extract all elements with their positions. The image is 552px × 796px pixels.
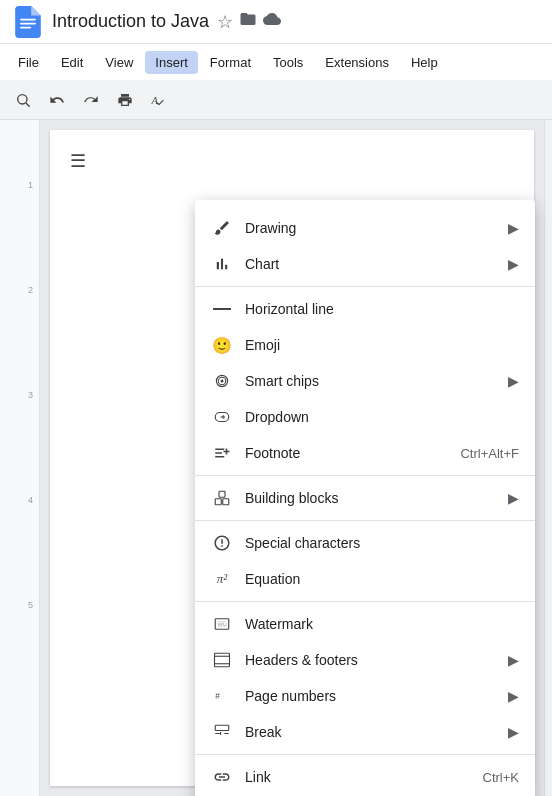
menu-section-misc: Horizontal line 🙂 Emoji Smart chips ▶ Dr…	[195, 287, 535, 476]
drawing-icon	[211, 217, 233, 239]
menu-item-chart[interactable]: Chart ▶	[195, 246, 535, 282]
ruler-2: 2	[28, 285, 33, 295]
menu-section-page: WM Watermark Headers & footers ▶ # Page …	[195, 602, 535, 755]
folder-icon[interactable]	[239, 10, 257, 33]
menu-view[interactable]: View	[95, 51, 143, 74]
scrollbar[interactable]	[544, 120, 552, 796]
menu-item-headers-footers[interactable]: Headers & footers ▶	[195, 642, 535, 678]
equation-icon: π²	[211, 568, 233, 590]
menu-item-building-blocks[interactable]: Building blocks ▶	[195, 480, 535, 516]
link-shortcut: Ctrl+K	[483, 770, 519, 785]
menu-item-special-characters[interactable]: Special characters	[195, 525, 535, 561]
emoji-label: Emoji	[245, 337, 519, 353]
menu-item-horizontal-line[interactable]: Horizontal line	[195, 291, 535, 327]
menu-tools[interactable]: Tools	[263, 51, 313, 74]
redo-button[interactable]	[76, 85, 106, 115]
building-blocks-arrow: ▶	[508, 490, 519, 506]
menu-item-watermark[interactable]: WM Watermark	[195, 606, 535, 642]
menu-help[interactable]: Help	[401, 51, 448, 74]
drawing-arrow: ▶	[508, 220, 519, 236]
break-icon	[211, 721, 233, 743]
menu-item-page-numbers[interactable]: # Page numbers ▶	[195, 678, 535, 714]
list-icon: ☰	[70, 151, 86, 171]
watermark-label: Watermark	[245, 616, 519, 632]
title-action-icons: ☆	[217, 10, 281, 33]
svg-text:WM: WM	[218, 622, 227, 628]
svg-rect-2	[20, 26, 31, 28]
cloud-icon[interactable]	[263, 10, 281, 33]
menu-item-dropdown[interactable]: Dropdown	[195, 399, 535, 435]
horizontal-line-icon	[211, 298, 233, 320]
page-numbers-label: Page numbers	[245, 688, 500, 704]
menu-format[interactable]: Format	[200, 51, 261, 74]
watermark-icon: WM	[211, 613, 233, 635]
equation-label: Equation	[245, 571, 519, 587]
special-characters-label: Special characters	[245, 535, 519, 551]
search-button[interactable]	[8, 85, 38, 115]
main-content: 1 2 3 4 5 ☰ Drawing ▶	[0, 120, 552, 796]
building-blocks-label: Building blocks	[245, 490, 500, 506]
svg-text:A: A	[151, 94, 159, 105]
menu-section-link-comment: Link Ctrl+K Comment Ctrl+Alt+M	[195, 755, 535, 796]
star-icon[interactable]: ☆	[217, 11, 233, 33]
link-icon	[211, 766, 233, 788]
svg-rect-11	[219, 491, 225, 497]
svg-rect-0	[20, 18, 36, 20]
chart-arrow: ▶	[508, 256, 519, 272]
print-button[interactable]	[110, 85, 140, 115]
svg-point-3	[18, 94, 27, 103]
menu-bar: File Edit View Insert Format Tools Exten…	[0, 44, 552, 80]
menu-item-link[interactable]: Link Ctrl+K	[195, 759, 535, 795]
page-numbers-icon: #	[211, 685, 233, 707]
menu-section-drawing-chart: Drawing ▶ Chart ▶	[195, 206, 535, 287]
insert-dropdown-menu: Drawing ▶ Chart ▶ Horizontal line 🙂	[195, 200, 535, 796]
left-margin: 1 2 3 4 5	[0, 120, 40, 796]
menu-insert[interactable]: Insert	[145, 51, 198, 74]
menu-extensions[interactable]: Extensions	[315, 51, 399, 74]
menu-item-equation[interactable]: π² Equation	[195, 561, 535, 597]
menu-item-drawing[interactable]: Drawing ▶	[195, 210, 535, 246]
page-numbers-arrow: ▶	[508, 688, 519, 704]
drawing-label: Drawing	[245, 220, 500, 236]
break-label: Break	[245, 724, 500, 740]
special-characters-icon	[211, 532, 233, 554]
break-arrow: ▶	[508, 724, 519, 740]
menu-section-special: Special characters π² Equation	[195, 521, 535, 602]
headers-footers-icon	[211, 649, 233, 671]
menu-item-break[interactable]: Break ▶	[195, 714, 535, 750]
ruler-1: 1	[28, 180, 33, 190]
ruler-3: 3	[28, 390, 33, 400]
ruler-4: 4	[28, 495, 33, 505]
spellcheck-button[interactable]: A	[144, 85, 174, 115]
svg-rect-9	[215, 499, 221, 505]
smart-chips-arrow: ▶	[508, 373, 519, 389]
menu-file[interactable]: File	[8, 51, 49, 74]
footnote-shortcut: Ctrl+Alt+F	[460, 446, 519, 461]
svg-text:#: #	[215, 692, 220, 701]
svg-rect-18	[215, 725, 229, 730]
emoji-icon: 🙂	[211, 334, 233, 356]
menu-item-smart-chips[interactable]: Smart chips ▶	[195, 363, 535, 399]
smart-chips-label: Smart chips	[245, 373, 500, 389]
svg-line-4	[26, 103, 30, 107]
menu-item-emoji[interactable]: 🙂 Emoji	[195, 327, 535, 363]
building-blocks-icon	[211, 487, 233, 509]
chart-label: Chart	[245, 256, 500, 272]
svg-point-7	[221, 380, 224, 383]
menu-edit[interactable]: Edit	[51, 51, 93, 74]
docs-icon	[12, 6, 44, 38]
undo-button[interactable]	[42, 85, 72, 115]
chart-icon	[211, 253, 233, 275]
menu-item-footnote[interactable]: Footnote Ctrl+Alt+F	[195, 435, 535, 471]
dropdown-label: Dropdown	[245, 409, 519, 425]
svg-rect-10	[223, 499, 229, 505]
svg-rect-14	[215, 653, 230, 667]
footnote-label: Footnote	[245, 445, 460, 461]
title-bar: Introduction to Java ☆	[0, 0, 552, 44]
dropdown-icon	[211, 406, 233, 428]
svg-rect-1	[20, 22, 36, 24]
link-label: Link	[245, 769, 483, 785]
headers-footers-label: Headers & footers	[245, 652, 500, 668]
footnote-icon	[211, 442, 233, 464]
headers-footers-arrow: ▶	[508, 652, 519, 668]
